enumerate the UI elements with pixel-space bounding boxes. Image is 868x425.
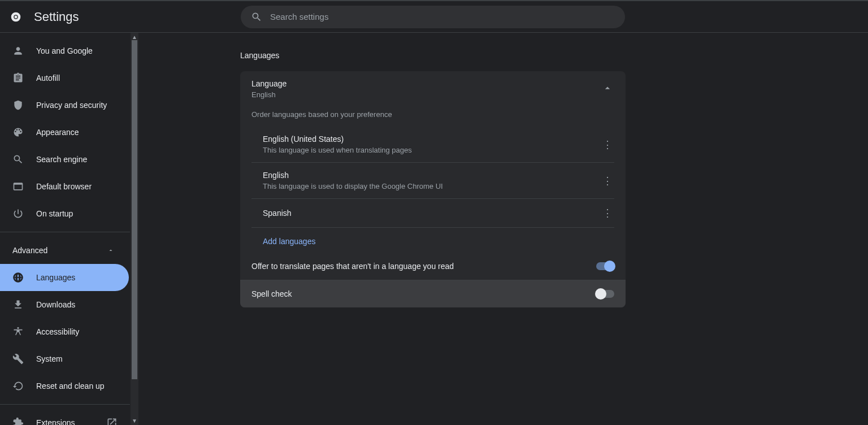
advanced-label: Advanced <box>12 246 47 255</box>
sidebar-item-label: Languages <box>36 273 75 282</box>
search-icon <box>12 154 24 165</box>
app-title: Settings <box>34 10 79 24</box>
divider <box>0 404 130 405</box>
sidebar-item-label: System <box>36 354 63 363</box>
open-in-new-icon <box>106 417 118 425</box>
sidebar-item-label: On startup <box>36 209 73 218</box>
search-icon <box>251 11 262 23</box>
sidebar-item-privacy[interactable]: Privacy and security <box>0 92 130 119</box>
sidebar-item-extensions[interactable]: Extensions <box>0 409 130 425</box>
shield-icon <box>12 99 24 111</box>
add-languages-button[interactable]: Add languages <box>251 228 614 255</box>
language-list: English (United States) This language is… <box>240 127 626 255</box>
sidebar-item-search-engine[interactable]: Search engine <box>0 146 130 173</box>
scroll-thumb[interactable] <box>132 40 137 379</box>
content: Languages Language English Order languag… <box>138 33 868 425</box>
language-item: Spanish ⋮ <box>251 199 614 228</box>
language-card: Language English Order languages based o… <box>240 71 626 307</box>
sidebar-item-reset[interactable]: Reset and clean up <box>0 372 130 400</box>
language-desc: This language is used when translating p… <box>263 146 412 154</box>
scroll-track[interactable] <box>131 40 138 418</box>
accessibility-icon <box>12 326 24 337</box>
sidebar-item-label: Extensions <box>36 418 94 425</box>
divider <box>0 232 130 232</box>
language-item: English (United States) This language is… <box>251 127 614 163</box>
more-vert-icon[interactable]: ⋮ <box>601 207 614 219</box>
wrench-icon <box>12 353 24 365</box>
sidebar-item-label: Appearance <box>36 128 79 137</box>
sidebar-item-label: Downloads <box>36 300 75 309</box>
sidebar-item-accessibility[interactable]: Accessibility <box>0 318 130 345</box>
language-header-row[interactable]: Language English <box>240 71 626 107</box>
sidebar-item-label: Accessibility <box>36 327 79 336</box>
sidebar-scrollbar[interactable]: ▲ ▼ <box>131 33 138 425</box>
sidebar-item-label: Search engine <box>36 155 87 164</box>
sidebar-item-on-startup[interactable]: On startup <box>0 200 130 227</box>
topbar: Settings <box>0 0 868 33</box>
sidebar-section-advanced[interactable]: Advanced <box>0 237 130 264</box>
caret-up-icon <box>105 245 116 256</box>
globe-icon <box>12 272 24 283</box>
scroll-up-icon[interactable]: ▲ <box>132 34 137 40</box>
search-settings[interactable] <box>241 6 625 28</box>
translate-label: Offer to translate pages that aren't in … <box>251 262 454 271</box>
sidebar-item-label: Default browser <box>36 182 92 191</box>
translate-row: Offer to translate pages that aren't in … <box>240 255 626 280</box>
scroll-down-icon[interactable]: ▼ <box>132 418 137 424</box>
sidebar-item-label: You and Google <box>36 46 93 55</box>
language-name: English (United States) <box>263 135 412 144</box>
person-icon <box>12 45 24 57</box>
palette-icon <box>12 127 24 138</box>
language-item: English This language is used to display… <box>251 163 614 199</box>
sidebar-item-default-browser[interactable]: Default browser <box>0 173 130 200</box>
language-name: English <box>263 171 443 180</box>
sidebar-item-appearance[interactable]: Appearance <box>0 119 130 146</box>
translate-toggle[interactable] <box>596 262 614 270</box>
language-desc: This language is used to display the Goo… <box>263 182 443 190</box>
language-value: English <box>251 90 287 99</box>
sidebar-item-autofill[interactable]: Autofill <box>0 64 130 92</box>
sidebar-item-system[interactable]: System <box>0 345 130 372</box>
sidebar-item-languages[interactable]: Languages <box>0 264 129 291</box>
extension-icon <box>12 417 24 425</box>
order-hint: Order languages based on your preference <box>240 107 626 127</box>
sidebar: You and Google Autofill Privacy and secu… <box>0 33 131 425</box>
sidebar-item-label: Autofill <box>36 73 60 83</box>
search-input[interactable] <box>270 12 615 21</box>
sidebar-item-label: Reset and clean up <box>36 381 105 391</box>
browser-icon <box>12 181 24 192</box>
more-vert-icon[interactable]: ⋮ <box>601 138 614 151</box>
chrome-icon <box>10 11 21 23</box>
download-icon <box>12 299 24 310</box>
spell-label: Spell check <box>251 289 292 298</box>
power-icon <box>12 208 24 219</box>
sidebar-item-downloads[interactable]: Downloads <box>0 291 130 318</box>
sidebar-item-label: Privacy and security <box>36 101 107 110</box>
clipboard-icon <box>12 72 24 84</box>
spell-check-toggle[interactable] <box>596 290 614 298</box>
svg-point-2 <box>15 15 18 18</box>
restore-icon <box>12 380 24 392</box>
more-vert-icon[interactable]: ⋮ <box>601 175 614 187</box>
language-title: Language <box>251 79 287 88</box>
page-title: Languages <box>240 51 626 60</box>
chevron-up-icon[interactable] <box>601 83 614 96</box>
language-name: Spanish <box>263 209 292 218</box>
spell-check-row: Spell check <box>240 280 626 307</box>
sidebar-item-you-and-google[interactable]: You and Google <box>0 37 130 64</box>
